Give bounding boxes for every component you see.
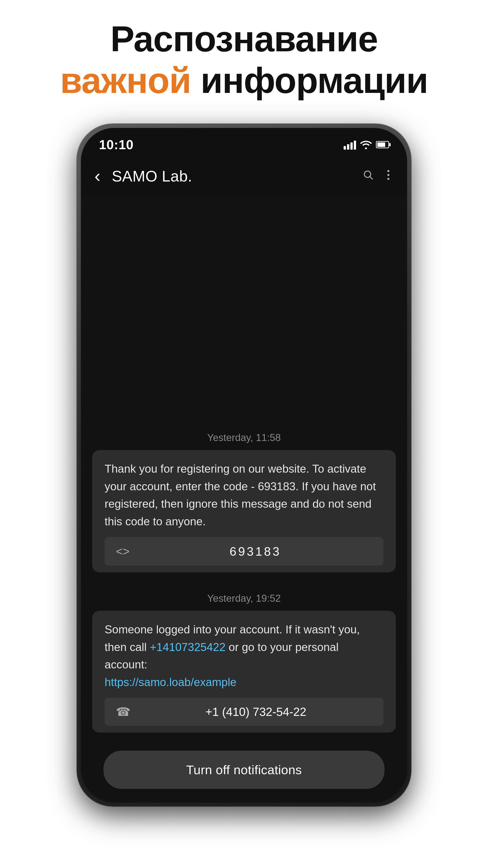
back-button[interactable]: ‹: [94, 163, 105, 189]
title-highlight: важной: [60, 60, 191, 101]
app-bar-icons: [362, 168, 394, 184]
status-bar: 10:10: [81, 128, 407, 157]
search-icon[interactable]: [362, 168, 374, 184]
phone-card-icon: ☎: [116, 705, 131, 719]
svg-point-4: [387, 178, 390, 180]
phone-number: +1 (410) 732-54-22: [140, 705, 372, 719]
bottom-action: Turn off notifications: [92, 744, 396, 802]
timestamp-2: Yesterday, 19:52: [92, 593, 396, 604]
status-time: 10:10: [99, 137, 133, 152]
code-icon: <>: [116, 545, 130, 558]
phone-link[interactable]: +14107325422: [150, 641, 225, 653]
bubble-text-1: Thank you for registering on our website…: [105, 460, 383, 530]
url-link[interactable]: https://samo.loab/example: [105, 676, 236, 688]
turn-off-notifications-button[interactable]: Turn off notifications: [103, 751, 385, 789]
app-title: SAMO Lab.: [112, 167, 362, 185]
phone-outer: 10:10: [77, 124, 411, 807]
phone-card: ☎ +1 (410) 732-54-22: [105, 698, 383, 726]
phone-wrapper: 10:10: [0, 124, 488, 807]
bubble-text-2: Someone logged into your account. If it …: [105, 621, 383, 691]
timestamp-1: Yesterday, 11:58: [92, 432, 396, 443]
status-icons: [344, 140, 389, 150]
title-line1: Распознавание: [110, 19, 378, 59]
chat-area: Yesterday, 11:58 Thank you for registeri…: [81, 195, 407, 802]
title-line2: информации: [191, 60, 428, 101]
svg-point-0: [364, 171, 371, 177]
battery-icon: [376, 141, 389, 148]
page-title: Распознавание важной информации: [23, 18, 465, 101]
app-bar: ‹ SAMO Lab.: [81, 157, 407, 195]
more-options-icon[interactable]: [383, 168, 394, 184]
message-bubble-2: Someone logged into your account. If it …: [92, 611, 396, 733]
code-card: <> 693183: [105, 537, 383, 565]
message-bubble-1: Thank you for registering on our website…: [92, 450, 396, 572]
phone-screen: 10:10: [81, 128, 407, 802]
svg-point-2: [387, 170, 390, 172]
svg-line-1: [370, 177, 373, 179]
page-header: Распознавание важной информации: [0, 0, 488, 115]
signal-icon: [344, 140, 356, 150]
code-value: 693183: [139, 544, 372, 558]
svg-point-3: [387, 174, 390, 176]
wifi-icon: [360, 140, 372, 149]
